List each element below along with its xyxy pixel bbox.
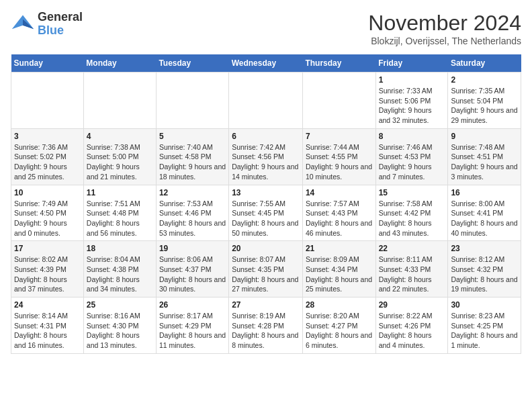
- day-number: 29: [379, 300, 445, 310]
- calendar-cell: 1Sunrise: 7:33 AMSunset: 5:06 PMDaylight…: [375, 73, 448, 129]
- calendar-cell: 6Sunrise: 7:42 AMSunset: 4:56 PMDaylight…: [229, 128, 303, 185]
- calendar-cell: 5Sunrise: 7:40 AMSunset: 4:58 PMDaylight…: [156, 128, 228, 185]
- calendar-week-4: 17Sunrise: 8:02 AMSunset: 4:39 PMDayligh…: [11, 241, 521, 298]
- day-number: 22: [379, 244, 445, 253]
- day-number: 24: [14, 300, 81, 310]
- calendar-cell: 28Sunrise: 8:20 AMSunset: 4:27 PMDayligh…: [302, 298, 375, 354]
- day-number: 30: [451, 300, 518, 310]
- day-info: Sunrise: 8:07 AMSunset: 4:35 PMDaylight:…: [232, 255, 300, 294]
- day-number: 11: [87, 188, 153, 197]
- day-info: Sunrise: 8:11 AMSunset: 4:33 PMDaylight:…: [379, 255, 445, 294]
- day-info: Sunrise: 7:55 AMSunset: 4:45 PMDaylight:…: [232, 199, 300, 238]
- day-info: Sunrise: 8:04 AMSunset: 4:38 PMDaylight:…: [87, 255, 153, 294]
- day-info: Sunrise: 8:14 AMSunset: 4:31 PMDaylight:…: [14, 311, 81, 351]
- day-info: Sunrise: 7:46 AMSunset: 4:53 PMDaylight:…: [379, 142, 445, 182]
- day-info: Sunrise: 8:12 AMSunset: 4:32 PMDaylight:…: [451, 255, 518, 294]
- calendar-cell: 11Sunrise: 7:51 AMSunset: 4:48 PMDayligh…: [83, 185, 156, 241]
- calendar-cell: 7Sunrise: 7:44 AMSunset: 4:55 PMDaylight…: [302, 128, 375, 185]
- day-number: 2: [451, 75, 518, 85]
- day-number: 1: [379, 75, 445, 85]
- page-header: General Blue November 2024 Blokzijl, Ove…: [11, 11, 521, 46]
- calendar-cell: 30Sunrise: 8:23 AMSunset: 4:25 PMDayligh…: [448, 298, 521, 354]
- day-info: Sunrise: 8:06 AMSunset: 4:37 PMDaylight:…: [159, 255, 226, 294]
- day-number: 21: [306, 244, 373, 253]
- day-info: Sunrise: 7:49 AMSunset: 4:50 PMDaylight:…: [14, 199, 81, 238]
- day-info: Sunrise: 8:00 AMSunset: 4:41 PMDaylight:…: [451, 199, 518, 238]
- weekday-sunday: Sunday: [11, 54, 84, 73]
- day-info: Sunrise: 7:53 AMSunset: 4:46 PMDaylight:…: [159, 199, 226, 238]
- day-number: 26: [159, 300, 226, 310]
- day-number: 7: [306, 132, 373, 141]
- calendar-cell: 8Sunrise: 7:46 AMSunset: 4:53 PMDaylight…: [375, 128, 448, 185]
- calendar-cell: [229, 73, 303, 129]
- calendar-cell: 22Sunrise: 8:11 AMSunset: 4:33 PMDayligh…: [375, 241, 448, 298]
- calendar-cell: [156, 73, 228, 129]
- weekday-friday: Friday: [375, 54, 448, 73]
- calendar-week-1: 1Sunrise: 7:33 AMSunset: 5:06 PMDaylight…: [11, 73, 521, 129]
- calendar-cell: 21Sunrise: 8:09 AMSunset: 4:34 PMDayligh…: [302, 241, 375, 298]
- day-number: 28: [306, 300, 373, 310]
- calendar-week-3: 10Sunrise: 7:49 AMSunset: 4:50 PMDayligh…: [11, 185, 521, 241]
- day-number: 12: [159, 188, 226, 197]
- logo-line1: General: [38, 11, 83, 24]
- day-info: Sunrise: 7:40 AMSunset: 4:58 PMDaylight:…: [159, 142, 226, 182]
- day-number: 23: [451, 244, 518, 253]
- title-block: November 2024 Blokzijl, Overijssel, The …: [368, 11, 521, 46]
- day-number: 17: [14, 244, 81, 253]
- month-title: November 2024: [368, 11, 521, 36]
- weekday-thursday: Thursday: [302, 54, 375, 73]
- day-info: Sunrise: 8:02 AMSunset: 4:39 PMDaylight:…: [14, 255, 81, 294]
- day-number: 25: [87, 300, 153, 310]
- day-number: 15: [379, 188, 445, 197]
- location: Blokzijl, Overijssel, The Netherlands: [368, 36, 521, 46]
- calendar-cell: 14Sunrise: 7:57 AMSunset: 4:43 PMDayligh…: [302, 185, 375, 241]
- day-number: 5: [159, 132, 226, 141]
- day-info: Sunrise: 8:23 AMSunset: 4:25 PMDaylight:…: [451, 311, 518, 351]
- day-info: Sunrise: 7:35 AMSunset: 5:04 PMDaylight:…: [451, 86, 518, 126]
- day-info: Sunrise: 7:48 AMSunset: 4:51 PMDaylight:…: [451, 142, 518, 182]
- calendar-cell: 20Sunrise: 8:07 AMSunset: 4:35 PMDayligh…: [229, 241, 303, 298]
- calendar-cell: [302, 73, 375, 129]
- day-info: Sunrise: 7:58 AMSunset: 4:42 PMDaylight:…: [379, 199, 445, 238]
- logo: General Blue: [11, 11, 83, 38]
- day-number: 13: [232, 188, 300, 197]
- calendar-cell: 16Sunrise: 8:00 AMSunset: 4:41 PMDayligh…: [448, 185, 521, 241]
- calendar-cell: 27Sunrise: 8:19 AMSunset: 4:28 PMDayligh…: [229, 298, 303, 354]
- logo-icon: [11, 12, 35, 36]
- calendar-cell: 2Sunrise: 7:35 AMSunset: 5:04 PMDaylight…: [448, 73, 521, 129]
- day-number: 27: [232, 300, 300, 310]
- calendar-cell: 24Sunrise: 8:14 AMSunset: 4:31 PMDayligh…: [11, 298, 84, 354]
- day-number: 8: [379, 132, 445, 141]
- calendar-cell: 3Sunrise: 7:36 AMSunset: 5:02 PMDaylight…: [11, 128, 84, 185]
- calendar-cell: [11, 73, 84, 129]
- day-number: 3: [14, 132, 81, 141]
- calendar-cell: 4Sunrise: 7:38 AMSunset: 5:00 PMDaylight…: [83, 128, 156, 185]
- day-number: 19: [159, 244, 226, 253]
- calendar-cell: 29Sunrise: 8:22 AMSunset: 4:26 PMDayligh…: [375, 298, 448, 354]
- day-info: Sunrise: 7:57 AMSunset: 4:43 PMDaylight:…: [306, 199, 373, 238]
- calendar-cell: 18Sunrise: 8:04 AMSunset: 4:38 PMDayligh…: [83, 241, 156, 298]
- day-info: Sunrise: 7:51 AMSunset: 4:48 PMDaylight:…: [87, 199, 153, 238]
- calendar-header: SundayMondayTuesdayWednesdayThursdayFrid…: [11, 54, 521, 73]
- calendar-cell: 15Sunrise: 7:58 AMSunset: 4:42 PMDayligh…: [375, 185, 448, 241]
- day-info: Sunrise: 8:17 AMSunset: 4:29 PMDaylight:…: [159, 311, 226, 351]
- weekday-header-row: SundayMondayTuesdayWednesdayThursdayFrid…: [11, 54, 521, 73]
- day-info: Sunrise: 8:09 AMSunset: 4:34 PMDaylight:…: [306, 255, 373, 294]
- day-info: Sunrise: 8:19 AMSunset: 4:28 PMDaylight:…: [232, 311, 300, 351]
- day-number: 20: [232, 244, 300, 253]
- calendar-week-5: 24Sunrise: 8:14 AMSunset: 4:31 PMDayligh…: [11, 298, 521, 354]
- weekday-tuesday: Tuesday: [156, 54, 228, 73]
- calendar-cell: 13Sunrise: 7:55 AMSunset: 4:45 PMDayligh…: [229, 185, 303, 241]
- day-info: Sunrise: 7:44 AMSunset: 4:55 PMDaylight:…: [306, 142, 373, 182]
- calendar-cell: 26Sunrise: 8:17 AMSunset: 4:29 PMDayligh…: [156, 298, 228, 354]
- day-number: 14: [306, 188, 373, 197]
- day-number: 4: [87, 132, 153, 141]
- day-number: 18: [87, 244, 153, 253]
- calendar-cell: 9Sunrise: 7:48 AMSunset: 4:51 PMDaylight…: [448, 128, 521, 185]
- weekday-wednesday: Wednesday: [229, 54, 303, 73]
- day-info: Sunrise: 7:33 AMSunset: 5:06 PMDaylight:…: [379, 86, 445, 126]
- calendar-cell: 23Sunrise: 8:12 AMSunset: 4:32 PMDayligh…: [448, 241, 521, 298]
- logo-text: General Blue: [38, 11, 83, 38]
- logo-line2: Blue: [38, 24, 83, 38]
- day-info: Sunrise: 7:38 AMSunset: 5:00 PMDaylight:…: [87, 142, 153, 182]
